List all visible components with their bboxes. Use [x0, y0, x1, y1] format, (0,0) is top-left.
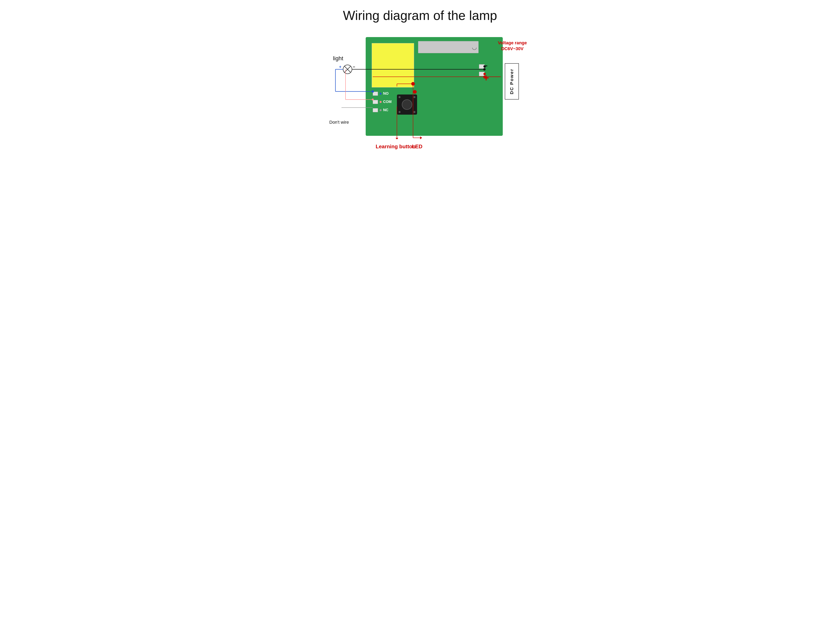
dc-power-label: DC Power: [509, 68, 515, 94]
learning-button-component: [397, 95, 417, 115]
coil-component: ◡: [418, 41, 478, 53]
btn-dot-tr: [414, 96, 415, 98]
bulb-circle: [343, 65, 352, 74]
voltage-label: Voltage range DC6V~30V: [498, 40, 527, 52]
dot-com: [380, 101, 382, 103]
dc-power-box: DC Power: [505, 63, 519, 99]
voltage-range-text: Voltage range DC6V~30V: [498, 40, 527, 51]
terminal-com-label: COM: [383, 100, 392, 104]
btn-dot-bl: [398, 111, 401, 113]
coil-symbol: ◡: [472, 44, 477, 50]
button-circle: [402, 99, 412, 110]
led-label: LED: [412, 143, 423, 150]
light-label: light: [333, 55, 343, 61]
dot-no: [380, 93, 382, 95]
terminal-nc-block: [373, 108, 378, 112]
page-title: Wiring diagram of the lamp: [343, 8, 497, 23]
svg-text:+: +: [339, 65, 341, 69]
diagram-container: ◡ − + DC Power NO COM: [329, 29, 511, 154]
svg-line-0: [344, 66, 351, 73]
svg-marker-17: [420, 136, 422, 139]
btn-dot-tl: [398, 96, 401, 98]
minus-symbol: −: [483, 61, 488, 70]
dont-wire-label: Don't wire: [329, 120, 349, 125]
terminal-com-block: [373, 100, 378, 104]
yellow-component: [372, 43, 414, 87]
led-dot: [413, 90, 417, 94]
plus-symbol: +: [483, 73, 489, 84]
terminal-nc-label: NC: [383, 108, 388, 112]
terminal-no-row: NO: [373, 91, 392, 96]
dot-nc: [380, 109, 382, 111]
svg-line-1: [344, 66, 351, 73]
terminal-no-label: NO: [383, 91, 388, 96]
svg-marker-19: [396, 138, 398, 139]
learning-button-label: Learning button: [376, 143, 416, 150]
pcb-board: ◡ − + DC Power NO COM: [366, 37, 503, 136]
svg-text:−: −: [353, 65, 355, 69]
btn-dot-br: [414, 111, 415, 113]
terminal-com-row: COM: [373, 100, 392, 104]
relay-terminals: NO COM NC: [373, 91, 392, 112]
terminal-no-block: [373, 91, 378, 96]
terminal-nc-row: NC: [373, 108, 392, 112]
